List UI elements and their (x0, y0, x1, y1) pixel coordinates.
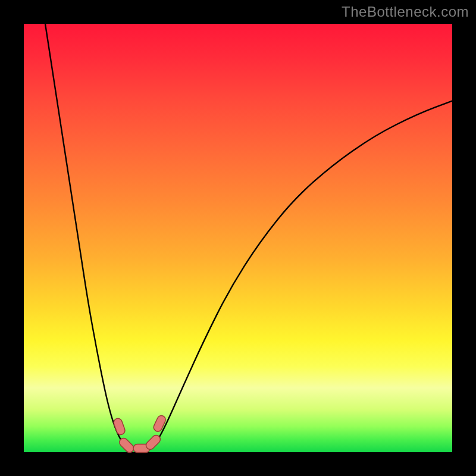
svg-rect-0 (112, 417, 126, 436)
valley-markers (112, 414, 167, 454)
valley-marker (152, 414, 167, 433)
svg-rect-3 (145, 434, 162, 452)
watermark-text: TheBottleneck.com (342, 4, 469, 20)
chart-frame: TheBottleneck.com (0, 0, 476, 476)
bottleneck-curve (45, 24, 452, 450)
bottleneck-curve-path (45, 24, 452, 450)
valley-marker (112, 417, 126, 436)
valley-marker (145, 434, 162, 452)
svg-rect-1 (118, 437, 136, 455)
valley-marker (118, 437, 136, 455)
plot-area (24, 24, 452, 452)
svg-rect-4 (152, 414, 167, 433)
curve-layer (24, 24, 452, 452)
